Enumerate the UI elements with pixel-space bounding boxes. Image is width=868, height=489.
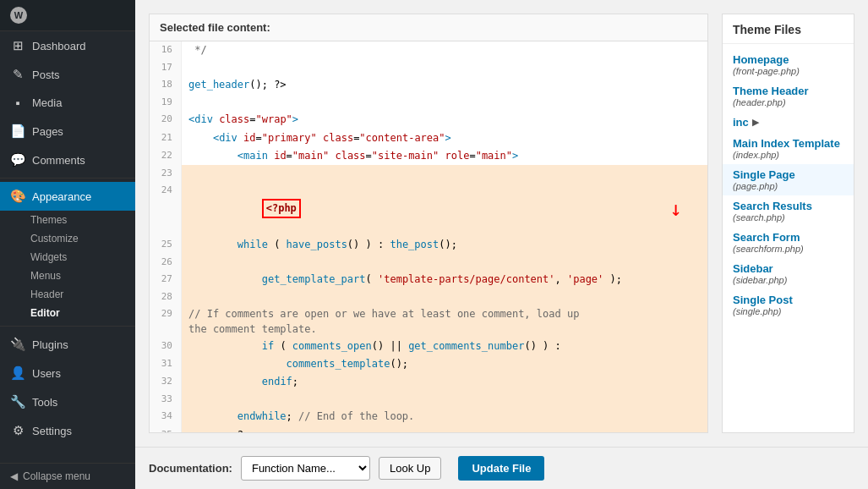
theme-file-name: Search Form xyxy=(733,231,843,244)
theme-file-sub: (index.php) xyxy=(733,150,843,160)
sidebar-sub-header[interactable]: Header xyxy=(0,285,135,304)
code-line-23: 23 xyxy=(150,165,707,182)
theme-file-single-page[interactable]: Single Page (page.php) xyxy=(723,164,854,195)
sidebar-item-label: Media xyxy=(32,96,62,109)
code-line-22: 22 <main id="main" class="site-main" rol… xyxy=(150,147,707,165)
sidebar-sub-customize[interactable]: Customize xyxy=(0,229,135,248)
sidebar-divider xyxy=(0,178,135,179)
editor-area: Selected file content: 16 */ 17 18 get_h… xyxy=(135,0,868,447)
theme-file-theme-header[interactable]: Theme Header (header.php) xyxy=(723,80,854,112)
selected-file-label: Selected file content: xyxy=(160,21,270,34)
sidebar-item-plugins[interactable]: 🔌 Plugins xyxy=(0,330,135,359)
wp-icon: W xyxy=(10,7,27,24)
inc-arrow-icon: ▶ xyxy=(752,117,759,128)
code-line-16: 16 */ xyxy=(150,41,707,59)
users-icon: 👤 xyxy=(10,365,25,381)
theme-file-sub: (sidebar.php) xyxy=(733,275,843,285)
sidebar-divider2 xyxy=(0,326,135,327)
theme-file-sidebar[interactable]: Sidebar (sidebar.php) xyxy=(723,258,854,289)
sidebar-sub-menus[interactable]: Menus xyxy=(0,266,135,285)
documentation-label: Documentation: xyxy=(149,462,232,475)
code-line-17: 17 xyxy=(150,59,707,76)
code-line-19: 19 xyxy=(150,94,707,111)
code-panel-header: Selected file content: xyxy=(150,14,707,41)
theme-file-name: Main Index Template xyxy=(733,137,843,150)
update-file-button[interactable]: Update File xyxy=(458,456,544,481)
theme-file-sub: (front-page.php) xyxy=(733,66,843,76)
code-line-26: 26 xyxy=(150,254,707,271)
appearance-icon: 🎨 xyxy=(10,189,25,204)
code-line-29: 29 // If comments are open or we have at… xyxy=(150,305,707,338)
sidebar-item-label: Appearance xyxy=(32,190,91,203)
theme-file-search-results[interactable]: Search Results (search.php) xyxy=(723,195,854,227)
theme-file-name: Single Page xyxy=(733,168,843,181)
collapse-arrow-icon: ◀ xyxy=(10,470,18,482)
posts-icon: ✎ xyxy=(10,67,25,82)
theme-file-single-post[interactable]: Single Post (single.php) xyxy=(723,289,854,321)
tools-icon: 🔧 xyxy=(10,394,25,409)
sidebar-item-dashboard[interactable]: ⊞ Dashboard xyxy=(0,31,135,60)
code-line-24: 24 <?php ↓ xyxy=(150,182,707,236)
sidebar-item-label: Settings xyxy=(32,425,72,437)
sidebar-item-users[interactable]: 👤 Users xyxy=(0,359,135,387)
sidebar-item-label: Comments xyxy=(32,154,85,167)
plugins-icon: 🔌 xyxy=(10,337,25,352)
theme-file-inc[interactable]: inc ▶ xyxy=(723,112,854,133)
bottom-bar: Documentation: Function Name... Look Up … xyxy=(135,447,868,489)
theme-file-name: Search Results xyxy=(733,200,843,212)
code-line-32: 32 endif; xyxy=(150,373,707,391)
theme-file-sub: (page.php) xyxy=(733,181,843,191)
theme-file-sub: (single.php) xyxy=(733,306,843,316)
comments-icon: 💬 xyxy=(10,152,25,168)
collapse-menu-button[interactable]: ◀ Collapse menu xyxy=(0,463,135,489)
sidebar-item-pages[interactable]: 📄 Pages xyxy=(0,117,135,146)
code-editor[interactable]: 16 */ 17 18 get_header(); ?> 19 20 xyxy=(150,41,707,432)
sidebar-item-tools[interactable]: 🔧 Tools xyxy=(0,387,135,416)
sidebar-item-label: Dashboard xyxy=(32,40,86,52)
sidebar-item-label: Posts xyxy=(32,69,60,81)
code-line-28: 28 xyxy=(150,288,707,305)
code-line-33: 33 xyxy=(150,391,707,408)
sidebar-item-comments[interactable]: 💬 Comments xyxy=(0,146,135,174)
theme-file-sub: (searchform.php) xyxy=(733,244,843,254)
theme-file-main-index[interactable]: Main Index Template (index.php) xyxy=(723,133,854,164)
sidebar-item-label: Users xyxy=(32,367,61,380)
collapse-label: Collapse menu xyxy=(23,470,90,482)
theme-files-title: Theme Files xyxy=(723,23,854,44)
code-line-21: 21 <div id="primary" class="content-area… xyxy=(150,129,707,147)
theme-file-name: Theme Header xyxy=(733,85,843,97)
main-content: Selected file content: 16 */ 17 18 get_h… xyxy=(135,0,868,489)
sidebar-item-appearance[interactable]: 🎨 Appearance xyxy=(0,182,135,211)
theme-file-homepage[interactable]: Homepage (front-page.php) xyxy=(723,49,854,80)
theme-file-search-form[interactable]: Search Form (searchform.php) xyxy=(723,227,854,258)
sidebar-sub-editor[interactable]: Editor xyxy=(0,304,135,322)
theme-file-sub: (search.php) xyxy=(733,212,843,223)
code-line-34: 34 endwhile; // End of the loop. xyxy=(150,408,707,426)
sidebar: W ⊞ Dashboard ✎ Posts ▪ Media 📄 Pages 💬 … xyxy=(0,0,135,489)
function-name-select[interactable]: Function Name... xyxy=(241,456,370,481)
theme-file-name: Homepage xyxy=(733,53,843,66)
pages-icon: 📄 xyxy=(10,124,25,139)
theme-file-name: Sidebar xyxy=(733,262,843,275)
dashboard-icon: ⊞ xyxy=(10,38,25,53)
code-panel: Selected file content: 16 */ 17 18 get_h… xyxy=(149,14,708,433)
code-line-25: 25 while ( have_posts() ) : the_post(); xyxy=(150,236,707,254)
inc-label: inc xyxy=(733,116,749,129)
sidebar-sub-themes[interactable]: Themes xyxy=(0,211,135,229)
code-line-31: 31 comments_template(); xyxy=(150,355,707,373)
code-line-35: 35 ?> xyxy=(150,426,707,432)
sidebar-item-media[interactable]: ▪ Media xyxy=(0,89,135,117)
sidebar-item-label: Pages xyxy=(32,125,63,138)
theme-file-sub: (header.php) xyxy=(733,97,843,107)
sidebar-item-settings[interactable]: ⚙ Settings xyxy=(0,416,135,445)
sidebar-item-posts[interactable]: ✎ Posts xyxy=(0,60,135,89)
settings-icon: ⚙ xyxy=(10,423,25,438)
code-line-30: 30 if ( comments_open() || get_comments_… xyxy=(150,338,707,355)
media-icon: ▪ xyxy=(10,96,25,110)
sidebar-sub-widgets[interactable]: Widgets xyxy=(0,248,135,266)
theme-file-name: Single Post xyxy=(733,294,843,306)
sidebar-item-label: Tools xyxy=(32,396,57,409)
lookup-button[interactable]: Look Up xyxy=(379,457,441,480)
wp-logo: W xyxy=(0,0,135,31)
sidebar-item-label: Plugins xyxy=(32,338,68,351)
